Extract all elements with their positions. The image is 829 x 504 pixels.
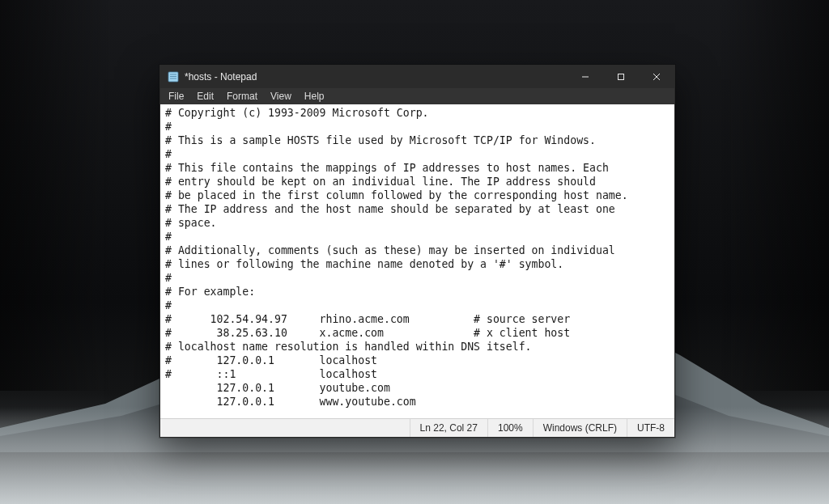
maximize-button[interactable] — [603, 66, 639, 88]
status-cursor-position: Ln 22, Col 27 — [410, 419, 487, 437]
statusbar: Ln 22, Col 27 100% Windows (CRLF) UTF-8 — [160, 418, 674, 437]
svg-rect-2 — [168, 72, 178, 82]
window-title: *hosts - Notepad — [185, 71, 257, 83]
menubar: File Edit Format View Help — [160, 88, 674, 104]
status-encoding: UTF-8 — [627, 419, 674, 437]
menu-file[interactable]: File — [162, 88, 190, 104]
menu-help[interactable]: Help — [298, 88, 331, 104]
close-icon — [653, 73, 661, 81]
titlebar[interactable]: *hosts - Notepad — [160, 66, 674, 88]
minimize-icon — [581, 73, 589, 81]
notepad-window: *hosts - Notepad File Edit Format View H… — [159, 65, 675, 438]
menu-edit[interactable]: Edit — [190, 88, 220, 104]
close-button[interactable] — [639, 66, 674, 88]
text-editor[interactable]: # Copyright (c) 1993-2009 Microsoft Corp… — [160, 104, 674, 418]
editor-content[interactable]: # Copyright (c) 1993-2009 Microsoft Corp… — [160, 104, 674, 410]
status-line-ending: Windows (CRLF) — [533, 419, 627, 437]
notepad-icon — [167, 70, 180, 83]
status-spacer — [160, 419, 410, 437]
menu-format[interactable]: Format — [220, 88, 264, 104]
minimize-button[interactable] — [568, 66, 603, 88]
maximize-icon — [617, 73, 625, 81]
menu-view[interactable]: View — [264, 88, 298, 104]
status-zoom: 100% — [487, 419, 533, 437]
svg-rect-7 — [619, 74, 624, 80]
